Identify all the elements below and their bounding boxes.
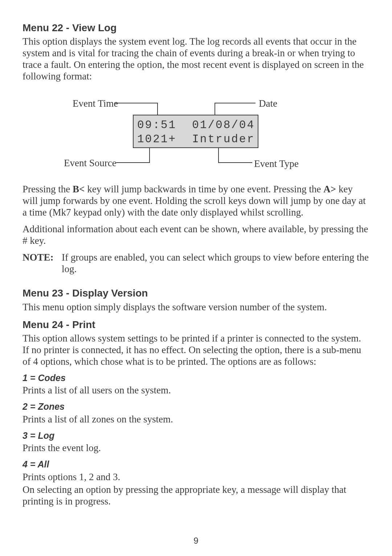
heading-menu-22: Menu 22 - View Log — [23, 22, 369, 34]
key-a-forward: A> — [323, 184, 336, 195]
paragraph: Prints options 1, 2 and 3. — [23, 471, 369, 483]
paragraph: Prints a list of all users on the system… — [23, 385, 369, 396]
subheading-option-4: 4 = All — [23, 459, 369, 470]
label-date: Date — [259, 98, 277, 110]
lcd-display: 09:51 01/08/04 1021+ Intruder — [133, 115, 258, 148]
subheading-option-3: 3 = Log — [23, 430, 369, 441]
label-event-type: Event Type — [254, 158, 299, 170]
text: key will jump backwards in time by one e… — [85, 184, 323, 195]
paragraph: This option allows system settings to be… — [23, 333, 369, 368]
page-number: 9 — [0, 536, 392, 546]
paragraph: Pressing the B< key will jump backwards … — [23, 184, 369, 218]
heading-menu-23: Menu 23 - Display Version — [23, 287, 369, 299]
key-b-back: B< — [73, 184, 85, 195]
paragraph: This option displays the system event lo… — [23, 36, 369, 82]
paragraph: On selecting an option by pressing the a… — [23, 484, 369, 507]
paragraph: Prints a list of all zones on the system… — [23, 414, 369, 425]
lcd-line-1: 09:51 01/08/04 — [137, 119, 255, 131]
paragraph: This menu option simply displays the sof… — [23, 302, 369, 313]
log-format-diagram: 09:51 01/08/04 1021+ Intruder Event Time… — [44, 93, 342, 173]
note-row: NOTE: If groups are enabled, you can sel… — [23, 252, 369, 275]
text: Pressing the — [23, 184, 73, 195]
paragraph: Prints the event log. — [23, 442, 369, 454]
lcd-line-2: 1021+ Intruder — [137, 133, 255, 146]
subheading-option-2: 2 = Zones — [23, 401, 369, 412]
heading-menu-24: Menu 24 - Print — [23, 319, 369, 331]
paragraph: Additional information about each event … — [23, 224, 369, 247]
label-event-source: Event Source — [64, 158, 117, 169]
label-event-time: Event Time — [73, 98, 118, 110]
note-text: If groups are enabled, you can select wh… — [62, 252, 369, 275]
subheading-option-1: 1 = Codes — [23, 373, 369, 384]
document-page: Menu 22 - View Log This option displays … — [0, 0, 392, 556]
note-label: NOTE: — [23, 252, 62, 275]
